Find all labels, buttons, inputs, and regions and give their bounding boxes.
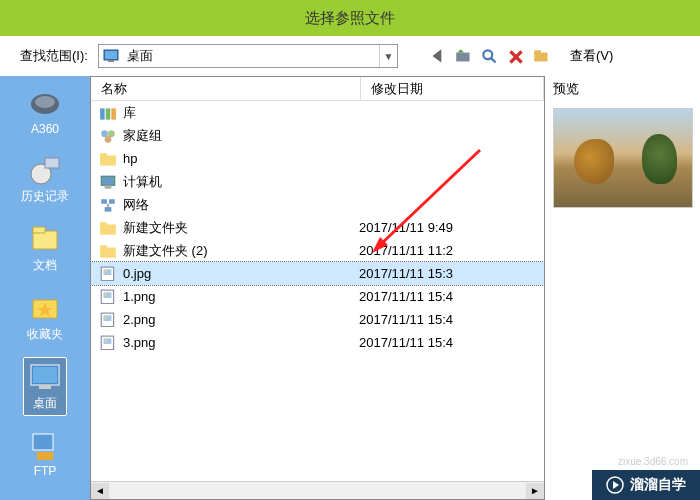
file-row[interactable]: 新建文件夹2017/11/11 9:49 bbox=[91, 216, 544, 239]
homegroup-icon bbox=[99, 128, 117, 144]
folder-icon bbox=[99, 243, 117, 259]
computer-icon bbox=[99, 174, 117, 190]
svg-rect-2 bbox=[108, 60, 114, 62]
title-bar: 选择参照文件 bbox=[0, 0, 700, 36]
svg-rect-45 bbox=[104, 315, 112, 321]
up-folder-icon[interactable] bbox=[454, 47, 474, 65]
file-row[interactable]: 家庭组 bbox=[91, 124, 544, 147]
sidebar-label: A360 bbox=[31, 122, 59, 136]
documents-icon bbox=[27, 223, 63, 255]
svg-rect-20 bbox=[100, 108, 105, 119]
svg-rect-27 bbox=[100, 153, 107, 156]
file-row[interactable]: 库 bbox=[91, 101, 544, 124]
file-row[interactable]: hp bbox=[91, 147, 544, 170]
library-icon bbox=[99, 105, 117, 121]
svg-point-43 bbox=[105, 293, 107, 295]
file-name: 新建文件夹 (2) bbox=[123, 242, 359, 260]
file-name: 网络 bbox=[123, 196, 359, 214]
file-row[interactable]: 3.png2017/11/11 15:4 bbox=[91, 331, 544, 354]
svg-line-5 bbox=[491, 58, 495, 62]
chevron-down-icon: ▼ bbox=[379, 45, 397, 67]
toolbar-icons bbox=[428, 47, 552, 65]
svg-rect-22 bbox=[111, 108, 116, 119]
file-row[interactable]: 2.png2017/11/11 15:4 bbox=[91, 308, 544, 331]
watermark-url: zixue.3d66.com bbox=[614, 455, 692, 468]
svg-point-4 bbox=[483, 50, 492, 59]
file-name: 3.png bbox=[123, 335, 359, 350]
file-row[interactable]: 0.jpg2017/11/11 15:3 bbox=[91, 262, 544, 285]
svg-rect-13 bbox=[33, 227, 45, 233]
network-icon bbox=[99, 197, 117, 213]
svg-point-23 bbox=[101, 130, 108, 137]
sidebar-label: 桌面 bbox=[33, 395, 57, 412]
image-icon bbox=[99, 266, 117, 282]
column-headers: 名称 修改日期 bbox=[91, 77, 544, 101]
folder-icon bbox=[99, 220, 117, 236]
file-list[interactable]: 库家庭组hp计算机网络新建文件夹2017/11/11 9:49新建文件夹 (2)… bbox=[91, 101, 544, 481]
svg-rect-29 bbox=[105, 185, 112, 188]
file-row[interactable]: 1.png2017/11/11 15:4 bbox=[91, 285, 544, 308]
svg-rect-12 bbox=[33, 231, 57, 249]
sidebar-label: 收藏夹 bbox=[27, 326, 63, 343]
svg-rect-6 bbox=[534, 53, 547, 62]
file-date: 2017/11/11 15:4 bbox=[359, 312, 544, 327]
search-icon[interactable] bbox=[480, 47, 500, 65]
header-date[interactable]: 修改日期 bbox=[361, 77, 544, 100]
location-text: 桌面 bbox=[125, 47, 379, 65]
svg-rect-3 bbox=[456, 53, 469, 62]
svg-rect-28 bbox=[101, 176, 115, 185]
svg-rect-19 bbox=[37, 452, 53, 460]
delete-icon[interactable] bbox=[506, 47, 526, 65]
svg-rect-36 bbox=[100, 247, 116, 257]
window-title: 选择参照文件 bbox=[305, 9, 395, 28]
back-icon[interactable] bbox=[428, 47, 448, 65]
file-row[interactable]: 网络 bbox=[91, 193, 544, 216]
file-name: 家庭组 bbox=[123, 127, 359, 145]
sidebar-label: 文档 bbox=[33, 257, 57, 274]
scroll-right-icon[interactable]: ► bbox=[526, 483, 544, 499]
sidebar-item-desktop[interactable]: 桌面 bbox=[23, 357, 67, 416]
header-name[interactable]: 名称 bbox=[91, 77, 361, 100]
svg-point-46 bbox=[105, 316, 107, 318]
sidebar-item-documents[interactable]: 文档 bbox=[23, 219, 67, 278]
desktop-icon bbox=[103, 48, 121, 64]
file-date: 2017/11/11 9:49 bbox=[359, 220, 544, 235]
svg-rect-21 bbox=[106, 108, 111, 119]
image-icon bbox=[99, 312, 117, 328]
history-icon bbox=[27, 154, 63, 186]
svg-point-25 bbox=[105, 136, 112, 143]
ftp-icon bbox=[27, 430, 63, 462]
file-date: 2017/11/11 15:4 bbox=[359, 289, 544, 304]
sidebar-item-ftp[interactable]: FTP bbox=[23, 426, 67, 482]
svg-rect-35 bbox=[100, 222, 107, 225]
horizontal-scrollbar[interactable]: ◄ ► bbox=[91, 481, 544, 499]
view-button[interactable]: 查看(V) bbox=[570, 47, 613, 65]
file-date: 2017/11/11 11:2 bbox=[359, 243, 544, 258]
sidebar-item-history[interactable]: 历史记录 bbox=[17, 150, 73, 209]
svg-rect-16 bbox=[33, 367, 57, 383]
watermark: 溜溜自学 bbox=[592, 470, 700, 500]
svg-point-24 bbox=[108, 130, 115, 137]
svg-rect-34 bbox=[100, 224, 116, 234]
file-name: 新建文件夹 bbox=[123, 219, 359, 237]
toolbar: 查找范围(I): 桌面 ▼ 查看(V) bbox=[0, 36, 700, 76]
preview-label: 预览 bbox=[553, 80, 700, 98]
sidebar-item-a360[interactable]: A360 bbox=[23, 84, 67, 140]
svg-rect-17 bbox=[39, 385, 51, 389]
scope-label: 查找范围(I): bbox=[20, 47, 88, 65]
sidebar-label: FTP bbox=[34, 464, 57, 478]
svg-point-9 bbox=[35, 96, 55, 108]
svg-point-40 bbox=[105, 270, 107, 272]
watermark-text: 溜溜自学 bbox=[630, 476, 686, 494]
a360-icon bbox=[27, 88, 63, 120]
svg-rect-31 bbox=[109, 199, 115, 204]
svg-rect-7 bbox=[534, 50, 541, 53]
main-area: A360 历史记录 文档 收藏夹 桌面 FTP 名称 修改日期 库家庭组hp计算… bbox=[0, 76, 700, 500]
scroll-left-icon[interactable]: ◄ bbox=[91, 483, 109, 499]
location-dropdown[interactable]: 桌面 ▼ bbox=[98, 44, 398, 68]
svg-rect-42 bbox=[104, 292, 112, 298]
sidebar-item-favorites[interactable]: 收藏夹 bbox=[23, 288, 67, 347]
new-folder-icon[interactable] bbox=[532, 47, 552, 65]
file-row[interactable]: 计算机 bbox=[91, 170, 544, 193]
file-row[interactable]: 新建文件夹 (2)2017/11/11 11:2 bbox=[91, 239, 544, 262]
